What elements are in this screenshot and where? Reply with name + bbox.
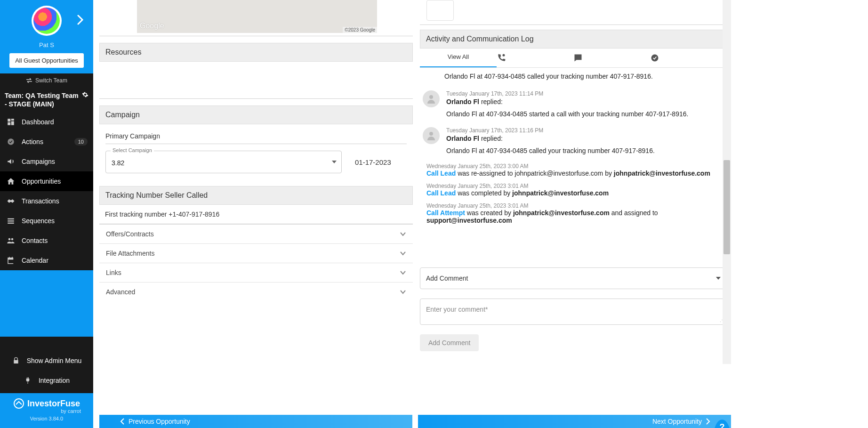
sidebar-item-transactions[interactable]: Transactions	[0, 191, 93, 211]
log-timestamp: Wednesday January 25th, 2023 3:01 AM	[426, 202, 724, 209]
calendar-icon	[7, 256, 15, 265]
username: Pat S	[0, 40, 93, 53]
caret-down-icon	[332, 161, 337, 163]
select-float-label: Select Campaign	[111, 147, 154, 153]
feed-author: Orlando Fl replied:	[446, 98, 724, 105]
logo-block: InvestorFuse by carrot Version 3.84.0	[0, 393, 93, 428]
svg-point-3	[651, 55, 659, 62]
feed-message: Orlando Fl at 407-934-0485 called your t…	[446, 147, 724, 154]
avatar-icon	[423, 127, 440, 144]
admin-menu-button[interactable]: Show Admin Menu	[0, 351, 93, 371]
sidebar-item-sequences[interactable]: Sequences	[0, 211, 93, 231]
sidebar-item-campaigns[interactable]: Campaigns	[0, 152, 93, 171]
sidebar-item-label: Opportunities	[22, 178, 61, 185]
chevron-down-icon	[400, 290, 406, 294]
system-log-item: Wednesday January 25th, 2023 3:00 AMCall…	[420, 160, 727, 180]
tab-view-all[interactable]: View All	[420, 48, 497, 67]
svg-point-4	[429, 95, 433, 99]
previous-opportunity-button[interactable]: Previous Opportunity	[99, 415, 412, 428]
tracking-header: Tracking Number Seller Called	[99, 186, 413, 205]
resources-header: Resources	[99, 43, 413, 62]
team-label: Team: QA Testing Team - STAGE (MAIN)	[0, 88, 93, 112]
feed-timestamp: Tuesday January 17th, 2023 11:16 PM	[446, 127, 724, 134]
home-icon	[7, 177, 15, 186]
logo: InvestorFuse	[0, 398, 93, 409]
sidebar-item-opportunities[interactable]: Opportunities	[0, 171, 93, 191]
people-icon	[7, 236, 15, 245]
system-log-item: Wednesday January 25th, 2023 3:01 AMCall…	[420, 180, 727, 200]
campaign-select[interactable]: Select Campaign 3.82	[105, 151, 342, 173]
chevron-right-icon[interactable]	[77, 15, 84, 25]
feed-author: Orlando Fl replied:	[446, 135, 724, 142]
add-comment-button[interactable]: Add Comment	[420, 334, 479, 351]
sidebar: Pat S All Guest Opportunities Switch Tea…	[0, 0, 93, 428]
map[interactable]: Google ©2023 Google	[137, 0, 377, 33]
accordion-label: Links	[106, 269, 121, 276]
admin-section: Show Admin Menu Integration	[0, 337, 93, 393]
sequence-icon	[7, 217, 15, 225]
right-column: Activity and Communication Log View All …	[420, 0, 727, 428]
comment-type-select[interactable]: Add Comment	[420, 267, 727, 289]
caret-down-icon	[716, 277, 721, 280]
accordion-file-attachments[interactable]: File Attachments	[99, 243, 413, 263]
profile-block	[0, 0, 93, 40]
left-column: Google ©2023 Google Resources Campaign P…	[99, 0, 413, 428]
feed-item: Tuesday January 17th, 2023 11:14 PMOrlan…	[420, 87, 727, 123]
guest-opportunities-button[interactable]: All Guest Opportunities	[9, 53, 84, 68]
sidebar-item-label: Actions	[22, 138, 43, 145]
check-circle-icon	[650, 53, 659, 63]
avatar-icon	[423, 90, 440, 107]
campaign-header: Campaign	[99, 105, 413, 124]
log-tag[interactable]: Call Lead	[426, 189, 456, 197]
tab-messages[interactable]	[573, 48, 650, 67]
dashboard-icon	[7, 118, 15, 126]
chevron-down-icon	[400, 251, 406, 256]
right-scrollbar[interactable]	[723, 0, 731, 364]
log-line: Call Lead was re-assigned to johnpatrick…	[426, 170, 724, 177]
sidebar-item-dashboard[interactable]: Dashboard	[0, 112, 93, 132]
sidebar-item-label: Contacts	[22, 237, 48, 244]
avatar[interactable]	[32, 6, 62, 36]
accordion-offers-contracts[interactable]: Offers/Contracts	[99, 224, 413, 243]
sidebar-item-actions[interactable]: Actions10	[0, 132, 93, 152]
chevron-left-icon	[120, 418, 125, 425]
primary-campaign-label: Primary Campaign	[105, 130, 407, 144]
accordion-advanced[interactable]: Advanced	[99, 282, 413, 301]
svg-point-5	[429, 132, 433, 136]
badge: 10	[74, 138, 88, 145]
tab-calls[interactable]	[497, 48, 573, 67]
google-logo: Google	[140, 22, 164, 30]
accordion-label: Advanced	[106, 288, 135, 296]
feed-timestamp: Tuesday January 17th, 2023 11:14 PM	[446, 90, 724, 97]
resources-body	[99, 62, 413, 98]
integration-button[interactable]: Integration	[0, 371, 93, 393]
comment-textarea[interactable]: Enter your comment* ⋰	[420, 299, 727, 325]
feed-item: Tuesday January 17th, 2023 11:16 PMOrlan…	[420, 123, 727, 160]
accordion-links[interactable]: Links	[99, 263, 413, 282]
campaign-body: Primary Campaign Select Campaign 3.82 01…	[99, 124, 413, 179]
bottom-nav: Previous Opportunity Next Opportunity	[99, 415, 731, 428]
phone-icon	[497, 53, 506, 63]
select-value: 3.82	[112, 159, 124, 167]
accordion-label: Offers/Contracts	[106, 230, 154, 238]
switch-team-button[interactable]: Switch Team	[0, 73, 93, 88]
sidebar-item-contacts[interactable]: Contacts	[0, 231, 93, 250]
logo-icon	[13, 398, 24, 409]
sidebar-item-label: Transactions	[22, 197, 59, 205]
log-tag[interactable]: Call Attempt	[426, 209, 465, 217]
scroll-thumb[interactable]	[723, 160, 730, 254]
tab-tasks[interactable]	[650, 48, 727, 67]
log-line: Call Attempt was created by johnpatrick@…	[426, 209, 724, 224]
plug-icon	[24, 376, 32, 385]
gear-icon[interactable]	[82, 91, 88, 98]
chevron-right-icon	[706, 418, 710, 425]
swap-icon	[26, 78, 32, 83]
log-tag[interactable]: Call Lead	[426, 170, 456, 177]
message-icon	[573, 53, 583, 63]
activity-feed[interactable]: Orlando Fl at 407-934-0485 called your t…	[420, 68, 727, 256]
svg-point-0	[8, 139, 14, 145]
log-timestamp: Wednesday January 25th, 2023 3:00 AM	[426, 163, 724, 170]
sidebar-item-calendar[interactable]: Calendar	[0, 250, 93, 270]
next-opportunity-button[interactable]: Next Opportunity	[418, 415, 731, 428]
handshake-icon	[7, 197, 15, 205]
